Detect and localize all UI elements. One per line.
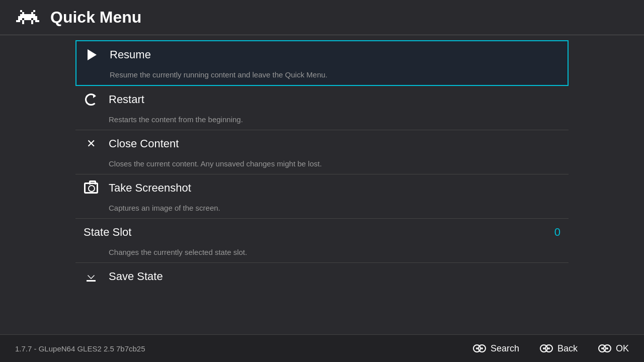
state-slot-description: Changes the currently selected state slo…	[75, 246, 569, 262]
svg-rect-0	[20, 10, 22, 12]
ok-ctrl-icon	[598, 343, 612, 353]
svg-rect-2	[22, 12, 24, 14]
main-content: Resume Resume the currently running cont…	[0, 35, 644, 334]
take-screenshot-label: Take Screenshot	[109, 182, 191, 195]
svg-point-18	[481, 347, 483, 349]
svg-point-26	[606, 347, 608, 349]
svg-rect-4	[20, 14, 35, 16]
svg-rect-10	[35, 20, 39, 22]
svg-rect-7	[24, 18, 31, 20]
svg-rect-8	[33, 18, 37, 20]
svg-marker-13	[88, 272, 95, 279]
page-title: Quick Menu	[50, 8, 141, 27]
svg-point-25	[601, 347, 603, 349]
footer: 1.7.7 - GLupeN64 GLES2 2.5 7b7cb25 Searc…	[0, 334, 644, 362]
restart-icon	[84, 94, 99, 106]
camera-icon	[84, 183, 99, 194]
save-state-label: Save State	[109, 270, 163, 283]
menu-item-resume[interactable]: Resume Resume the currently running cont…	[75, 40, 569, 86]
svg-point-22	[548, 347, 550, 349]
close-icon	[84, 137, 99, 150]
header: Quick Menu	[0, 0, 644, 35]
svg-rect-6	[18, 18, 22, 20]
close-content-label: Close Content	[109, 137, 179, 150]
restart-label: Restart	[109, 93, 144, 106]
svg-rect-9	[16, 20, 20, 22]
svg-rect-5	[18, 16, 37, 18]
state-slot-value: 0	[554, 226, 560, 239]
download-icon	[84, 270, 99, 283]
menu-item-save-state[interactable]: Save State	[75, 263, 569, 290]
ok-label: OK	[616, 343, 629, 354]
menu-item-close-content[interactable]: Close Content Closes the current content…	[75, 130, 569, 174]
back-label: Back	[557, 343, 578, 354]
back-ctrl-icon	[539, 343, 553, 353]
svg-rect-11	[22, 20, 24, 24]
footer-buttons: Search Back	[472, 343, 629, 354]
search-label: Search	[491, 343, 519, 354]
restart-description: Restarts the content from the beginning.	[75, 113, 569, 130]
resume-label: Resume	[110, 48, 151, 61]
svg-rect-12	[31, 20, 33, 24]
svg-point-17	[476, 347, 478, 349]
version-text: 1.7.7 - GLupeN64 GLES2 2.5 7b7cb25	[15, 344, 472, 353]
header-icon	[15, 8, 40, 28]
resume-description: Resume the currently running content and…	[76, 68, 568, 85]
search-ctrl-icon	[472, 343, 487, 353]
menu-item-restart[interactable]: Restart Restarts the content from the be…	[75, 86, 569, 130]
search-button[interactable]: Search	[472, 343, 519, 354]
menu-item-take-screenshot[interactable]: Take Screenshot Captures an image of the…	[75, 174, 569, 219]
svg-rect-14	[87, 280, 96, 282]
close-content-description: Closes the current content. Any unsaved …	[75, 157, 569, 174]
svg-rect-3	[31, 12, 33, 14]
state-slot-label: State Slot	[84, 226, 131, 239]
svg-point-21	[543, 347, 545, 349]
svg-rect-1	[33, 10, 35, 12]
play-icon	[85, 49, 100, 60]
back-button[interactable]: Back	[539, 343, 578, 354]
menu-item-state-slot[interactable]: State Slot 0 Changes the currently selec…	[75, 219, 569, 263]
ok-button[interactable]: OK	[598, 343, 629, 354]
take-screenshot-description: Captures an image of the screen.	[75, 202, 569, 218]
